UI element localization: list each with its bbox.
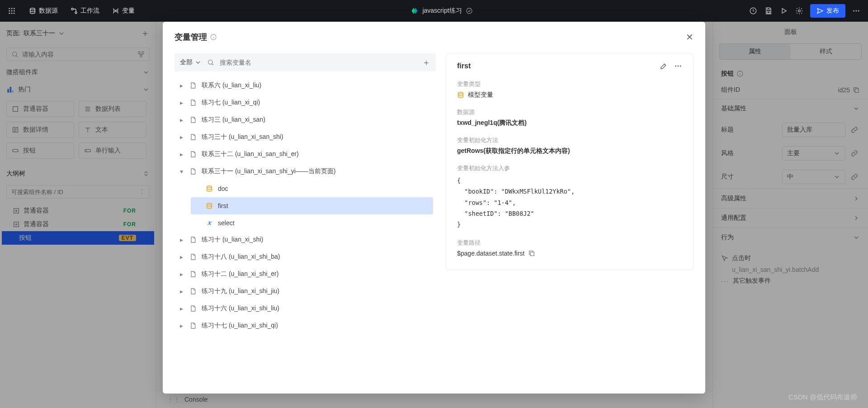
edit-icon[interactable] [660, 62, 668, 70]
menu-workflow-label: 工作流 [80, 7, 99, 15]
add-variable-button[interactable]: ＋ [422, 57, 430, 68]
svg-point-35 [208, 60, 212, 64]
modal-title: 变量管理 [175, 32, 217, 43]
menu-variable[interactable]: 变量 [112, 7, 135, 15]
variable-group[interactable]: ▸联系三十二 (u_lian_xi_san_shi_er) [175, 146, 433, 163]
caret-icon: ▸ [178, 99, 184, 106]
project-logo-icon [410, 7, 419, 15]
settings-icon[interactable] [795, 6, 804, 15]
close-button[interactable]: ✕ [686, 32, 693, 43]
variable-group-label: 练习十八 (u_lian_xi_shi_ba) [202, 253, 280, 261]
more-icon[interactable] [674, 62, 682, 70]
publish-label: 发布 [826, 7, 839, 15]
variable-group-label: 练习十 (u_lian_xi_shi) [202, 236, 263, 244]
field-var-path: 变量路径 $page.dataset.state.first [457, 234, 682, 261]
caret-icon: ▸ [178, 288, 184, 295]
copy-icon[interactable] [528, 250, 535, 257]
menu-data-source-label: 数据源 [39, 7, 58, 15]
variable-group-label: 练习七 (u_lian_xi_qi) [202, 99, 260, 107]
caret-icon: ▸ [178, 116, 184, 123]
svg-point-11 [75, 12, 77, 14]
field-label: 数据源 [457, 108, 682, 116]
page-icon [189, 116, 197, 124]
svg-point-8 [14, 13, 15, 14]
variable-item-label: first [218, 202, 228, 209]
save-icon[interactable] [764, 6, 773, 15]
variable-group[interactable]: ▸练习十六 (u_lian_xi_shi_liu) [175, 300, 433, 317]
search-icon [207, 59, 214, 66]
page-icon [189, 270, 197, 278]
menu-data-source[interactable]: 数据源 [29, 7, 58, 15]
apps-icon[interactable] [7, 6, 16, 15]
variable-item[interactable]: 𝑥select [191, 214, 433, 231]
topbar-right: 发布 [749, 4, 861, 18]
database-icon [457, 91, 464, 99]
modal-header: 变量管理 ✕ [175, 32, 693, 43]
svg-point-0 [9, 8, 10, 9]
variable-group[interactable]: ▸练习七 (u_lian_xi_qi) [175, 94, 433, 111]
variable-group[interactable]: ▸练习十九 (u_lian_xi_shi_jiu) [175, 283, 433, 300]
caret-icon: ▸ [178, 82, 184, 89]
variable-group[interactable]: ▸练习十二 (u_lian_xi_shi_er) [175, 266, 433, 283]
variable-group[interactable]: ▾联系三十一 (u_lian_xi_san_shi_yi——当前页面) [175, 163, 433, 180]
detail-name: first [457, 62, 471, 70]
more-icon[interactable] [852, 6, 861, 15]
svg-point-36 [207, 186, 212, 188]
caret-icon: ▸ [178, 253, 184, 261]
chevron-down-icon [194, 59, 202, 66]
detail-header: first [457, 54, 682, 76]
variable-group-label: 联系六 (u_lian_xi_liu) [202, 81, 261, 90]
caret-icon: ▾ [178, 168, 184, 175]
svg-point-37 [207, 203, 212, 205]
svg-point-1 [11, 8, 13, 9]
caret-icon: ▸ [178, 305, 184, 312]
variable-group[interactable]: ▸联系六 (u_lian_xi_liu) [175, 77, 433, 94]
field-label: 变量类型 [457, 80, 682, 88]
field-code: { "bookID": "DWkxMSFlkUl12YkRo", "rows":… [457, 175, 682, 230]
field-init-method: 变量初始化方法 getRows(获取指定行的单元格文本内容) [457, 132, 682, 160]
filter-dropdown[interactable]: 全部 [180, 58, 202, 66]
variable-group-label: 练习三 (u_lian_xi_san) [202, 116, 265, 124]
info-icon[interactable] [210, 33, 217, 41]
svg-point-2 [14, 8, 15, 9]
field-value: getRows(获取指定行的单元格文本内容) [457, 147, 682, 155]
page-icon [189, 287, 197, 295]
variable-list[interactable]: ▸联系六 (u_lian_xi_liu)▸练习七 (u_lian_xi_qi)▸… [175, 77, 436, 385]
publish-button[interactable]: 发布 [810, 4, 845, 18]
svg-point-15 [798, 10, 801, 12]
topbar-left: 数据源 工作流 变量 [7, 6, 135, 15]
page-icon [189, 133, 197, 141]
field-label: 变量初始化方法入参 [457, 164, 682, 172]
svg-point-4 [11, 10, 13, 12]
send-icon [816, 7, 824, 14]
variable-group[interactable]: ▸练习十八 (u_lian_xi_shi_ba) [175, 248, 433, 266]
svg-point-12 [467, 8, 472, 14]
project-name[interactable]: javascript练习 [422, 7, 462, 15]
variable-group[interactable]: ▸练习十七 (u_lian_xi_shi_qi) [175, 317, 433, 334]
svg-point-38 [675, 66, 676, 67]
history-icon[interactable] [749, 6, 758, 15]
variable-group[interactable]: ▸练习十 (u_lian_xi_shi) [175, 231, 433, 248]
filter-label: 全部 [180, 58, 193, 66]
variable-group[interactable]: ▸练习三十 (u_lian_xi_san_shi) [175, 128, 433, 146]
variable-item[interactable]: first [191, 197, 433, 214]
svg-point-7 [11, 13, 13, 14]
page-icon [189, 81, 197, 90]
play-icon[interactable] [779, 6, 788, 15]
variable-item-label: doc [218, 185, 228, 192]
variable-group-label: 练习十二 (u_lian_xi_shi_er) [202, 270, 278, 278]
svg-point-39 [678, 66, 679, 67]
top-bar: 数据源 工作流 变量 javascript练习 发布 [0, 0, 868, 22]
field-label: 变量路径 [457, 239, 682, 247]
modal-body: 全部 ＋ ▸联系六 (u_lian_xi_liu)▸练习七 (u_lian_xi… [175, 53, 693, 385]
database-icon [205, 202, 213, 210]
variable-search-input[interactable] [220, 59, 417, 66]
variable-group-label: 练习三十 (u_lian_xi_san_shi) [202, 133, 283, 141]
field-data-source: 数据源 txwd_jnegl1q(腾讯文档) [457, 104, 682, 132]
menu-workflow[interactable]: 工作流 [71, 7, 99, 15]
svg-point-9 [30, 8, 35, 10]
field-value: txwd_jnegl1q(腾讯文档) [457, 119, 682, 127]
page-icon [189, 150, 197, 158]
variable-item[interactable]: doc [191, 180, 433, 197]
variable-group[interactable]: ▸练习三 (u_lian_xi_san) [175, 111, 433, 128]
